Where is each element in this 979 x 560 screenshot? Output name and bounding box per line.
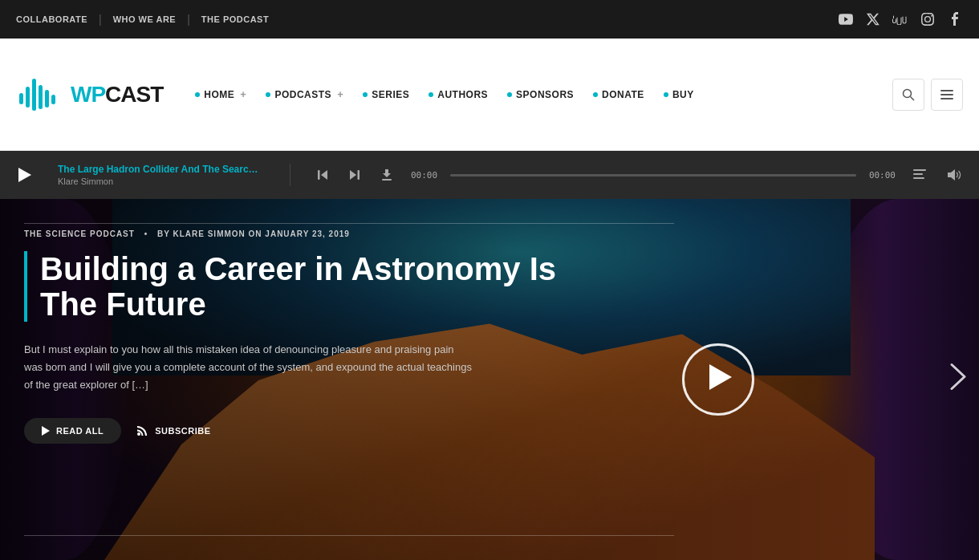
soundcloud-icon[interactable]: [892, 11, 908, 27]
svg-marker-14: [350, 170, 356, 180]
main-nav: HOME + PODCASTS + SERIES AUTHORS SPONSOR…: [187, 82, 892, 107]
nav-dot: [266, 92, 270, 97]
svg-marker-21: [42, 426, 50, 436]
nav-buy[interactable]: BUY: [656, 83, 702, 107]
hero: THE SCIENCE PODCAST • BY KLARE SIMMON ON…: [0, 199, 979, 560]
hamburger-icon: [940, 90, 953, 99]
nav-dot: [507, 92, 512, 97]
svg-point-22: [137, 432, 140, 436]
track-title: The Large Hadron Collider And The Searc…: [58, 164, 282, 175]
play-button[interactable]: [13, 163, 37, 187]
play-small-icon: [42, 426, 50, 436]
nav-home[interactable]: HOME +: [187, 82, 254, 107]
next-track-button[interactable]: [343, 164, 366, 186]
queue-icon: [913, 169, 926, 181]
play-icon: [18, 168, 31, 182]
prev-icon: [316, 168, 329, 181]
svg-rect-8: [940, 90, 953, 91]
svg-rect-18: [913, 173, 923, 175]
hero-play-button[interactable]: [682, 343, 754, 416]
svg-rect-9: [940, 94, 953, 95]
prev-track-button[interactable]: [311, 164, 334, 186]
svg-rect-15: [358, 170, 360, 180]
nav-dot: [664, 92, 668, 97]
svg-rect-1: [26, 87, 30, 108]
search-icon: [902, 88, 915, 101]
svg-line-7: [911, 96, 915, 100]
rss-icon: [137, 426, 148, 436]
hero-actions: READ ALL SUBSCRIBE: [24, 418, 586, 444]
queue-button[interactable]: [908, 164, 931, 186]
svg-rect-0: [19, 93, 23, 104]
player-controls: [311, 164, 398, 186]
nav-authors[interactable]: AUTHORS: [420, 83, 496, 107]
nav-series[interactable]: SERIES: [355, 83, 417, 107]
logo-text: WPCAST: [71, 82, 163, 108]
read-all-button[interactable]: READ ALL: [24, 418, 121, 444]
volume-button[interactable]: [944, 164, 966, 186]
youtube-icon[interactable]: [838, 11, 854, 27]
track-author: Klare Simmon: [58, 177, 282, 186]
top-bar: COLLABORATE | WHO WE ARE | THE PODCAST: [0, 0, 979, 39]
svg-point-6: [904, 89, 912, 97]
logo-waveform-icon: [16, 71, 64, 119]
hero-title: Building a Career in Astronomy Is The Fu…: [24, 251, 586, 322]
nav-podcasts[interactable]: PODCASTS +: [258, 82, 351, 107]
player-bar: The Large Hadron Collider And The Searc……: [0, 151, 979, 199]
search-button[interactable]: [892, 79, 924, 111]
top-nav-who-we-are[interactable]: WHO WE ARE: [102, 14, 188, 24]
next-icon: [348, 168, 361, 181]
svg-rect-16: [382, 179, 392, 181]
progress-bar[interactable]: [450, 174, 856, 177]
nav-dot: [363, 92, 368, 97]
svg-rect-5: [51, 95, 55, 104]
nav-sponsors[interactable]: SPONSORS: [499, 83, 582, 107]
top-social: [838, 11, 963, 27]
svg-rect-2: [32, 79, 36, 111]
track-info: The Large Hadron Collider And The Searc……: [50, 164, 290, 186]
svg-rect-10: [940, 98, 953, 99]
twitter-x-icon[interactable]: [865, 11, 881, 27]
top-nav: COLLABORATE | WHO WE ARE | THE PODCAST: [16, 13, 280, 26]
logo[interactable]: WPCAST: [16, 71, 163, 119]
svg-rect-4: [45, 90, 49, 108]
download-icon: [380, 168, 393, 182]
svg-rect-17: [913, 169, 926, 171]
svg-marker-11: [18, 168, 31, 182]
instagram-icon[interactable]: [920, 11, 936, 27]
hero-meta-dot: •: [144, 229, 148, 238]
top-nav-collaborate[interactable]: COLLABORATE: [16, 14, 99, 24]
chevron-right-icon: [950, 363, 966, 391]
time-left: 00:00: [411, 170, 437, 181]
facebook-icon[interactable]: [947, 11, 963, 27]
svg-rect-13: [318, 170, 320, 180]
nav-donate[interactable]: DONATE: [585, 83, 652, 107]
nav-dot: [195, 92, 200, 97]
hero-author-date: BY KLARE SIMMON ON JANUARY 23, 2019: [157, 229, 350, 238]
hero-content: THE SCIENCE PODCAST • BY KLARE SIMMON ON…: [24, 223, 586, 536]
svg-rect-19: [913, 177, 924, 179]
header: WPCAST HOME + PODCASTS + SERIES AUTHORS …: [0, 39, 979, 151]
volume-icon: [948, 168, 962, 181]
svg-rect-3: [39, 85, 43, 109]
hero-category: THE SCIENCE PODCAST: [24, 229, 135, 238]
svg-marker-23: [709, 364, 732, 390]
download-button[interactable]: [376, 164, 398, 186]
time-right: 00:00: [869, 170, 896, 181]
nav-dot: [429, 92, 433, 97]
play-circle-icon: [709, 364, 732, 396]
header-actions: [892, 79, 963, 111]
next-slide-button[interactable]: [950, 363, 966, 396]
menu-button[interactable]: [931, 79, 963, 111]
svg-marker-20: [948, 169, 955, 181]
nav-dot: [593, 92, 598, 97]
top-nav-the-podcast[interactable]: THE PODCAST: [190, 14, 280, 24]
play-triangle-icon: [709, 364, 732, 390]
svg-marker-12: [321, 170, 327, 180]
hero-excerpt: But I must explain to you how all this m…: [24, 341, 473, 394]
hero-meta: THE SCIENCE PODCAST • BY KLARE SIMMON ON…: [24, 229, 586, 238]
subscribe-button[interactable]: SUBSCRIBE: [137, 426, 210, 436]
